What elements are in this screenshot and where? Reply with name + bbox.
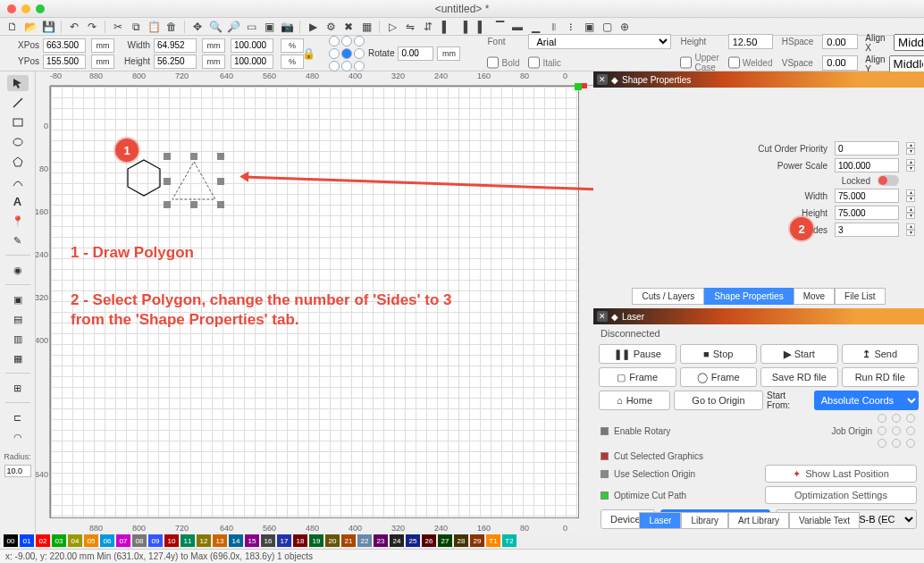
save-rd-button[interactable]: Save RD file: [760, 367, 838, 387]
width-pct-input[interactable]: [231, 38, 273, 53]
mirror-v-icon[interactable]: ⇵: [421, 20, 435, 34]
settings-icon[interactable]: ⚙: [323, 20, 338, 34]
align-right-icon[interactable]: ▌: [475, 20, 489, 34]
width-input[interactable]: [154, 38, 197, 53]
pin-icon[interactable]: ◆: [611, 75, 618, 85]
show-last-button[interactable]: ✦Show Last Position: [765, 465, 917, 483]
color-swatch-24[interactable]: 24: [390, 534, 404, 547]
italic-check[interactable]: [528, 55, 540, 70]
color-swatch-16[interactable]: 16: [261, 534, 275, 547]
preview-icon[interactable]: ▶: [306, 20, 320, 34]
pause-button[interactable]: ❚❚Pause: [599, 344, 676, 364]
bold-check[interactable]: [487, 55, 499, 70]
aligny-select[interactable]: Middle: [889, 55, 924, 72]
font-select[interactable]: Arial: [528, 34, 671, 49]
start-button[interactable]: ▶Start: [760, 344, 838, 364]
marker-tool[interactable]: 📍: [7, 213, 29, 229]
tab-file-list[interactable]: File List: [835, 288, 885, 305]
hspace-input[interactable]: [822, 34, 858, 49]
color-swatch-03[interactable]: 03: [52, 534, 66, 547]
color-swatch-07[interactable]: 07: [116, 534, 130, 547]
radius-icon[interactable]: ◠: [7, 429, 29, 445]
save-file-icon[interactable]: 💾: [41, 20, 55, 34]
path-tool[interactable]: [7, 173, 29, 189]
color-swatch-00[interactable]: 00: [4, 534, 18, 547]
run-rd-button[interactable]: Run RD file: [842, 367, 920, 387]
use-sel-origin-check[interactable]: [601, 470, 609, 478]
color-swatch-11[interactable]: 11: [181, 534, 195, 547]
tab-library[interactable]: Library: [681, 512, 728, 529]
color-swatch-20[interactable]: 20: [325, 534, 340, 547]
frame-circle-button[interactable]: ◯ Frame: [680, 367, 758, 387]
workspace-canvas[interactable]: 1 1 - Draw Polygon 2 - Select Polygon, c…: [50, 86, 579, 518]
color-swatch-02[interactable]: 02: [36, 534, 50, 547]
frame-square-button[interactable]: ▢ Frame: [599, 367, 676, 387]
rectangle-tool[interactable]: [7, 114, 29, 130]
tab-move[interactable]: Move: [794, 288, 835, 305]
boolean-intersect-icon[interactable]: ▥: [7, 331, 29, 347]
height-pct-input[interactable]: [231, 55, 273, 69]
go-to-origin-button[interactable]: Go to Origin: [674, 391, 763, 410]
lock-aspect-icon[interactable]: 🔒: [302, 46, 315, 62]
color-swatch-06[interactable]: 06: [100, 534, 114, 547]
height-input[interactable]: [154, 55, 197, 69]
width-pct-unit[interactable]: %: [281, 38, 304, 53]
color-swatch-08[interactable]: 08: [132, 534, 147, 547]
edit-nodes-tool[interactable]: ✎: [7, 232, 29, 248]
paste-icon[interactable]: 📋: [147, 20, 161, 34]
optimization-settings-button[interactable]: Optimization Settings: [765, 486, 917, 504]
dist-h-icon[interactable]: ⫴: [546, 20, 560, 34]
ungroup-icon[interactable]: ▢: [600, 20, 614, 34]
optimize-cut-check[interactable]: [601, 492, 609, 500]
upper-check[interactable]: [680, 55, 692, 70]
tab-cuts-layers[interactable]: Cuts / Layers: [632, 288, 704, 305]
zoom-fit-icon[interactable]: ▭: [244, 20, 258, 34]
triangle-shape-selected[interactable]: [167, 156, 221, 206]
locked-toggle[interactable]: [878, 175, 899, 186]
circle-center-tool[interactable]: ◉: [7, 262, 29, 278]
stop-button[interactable]: ■Stop: [680, 344, 758, 364]
laser-close-icon[interactable]: ✕: [597, 311, 608, 322]
font-height-input[interactable]: [728, 34, 773, 49]
laser-pin-icon[interactable]: ◆: [611, 312, 618, 322]
width-unit[interactable]: mm: [202, 38, 225, 53]
boolean-subtract-icon[interactable]: ▤: [7, 311, 29, 327]
zoom-out-icon[interactable]: 🔎: [226, 20, 240, 34]
target-icon[interactable]: ⊕: [617, 20, 632, 34]
color-swatch-29[interactable]: 29: [470, 534, 484, 547]
color-swatch-18[interactable]: 18: [293, 534, 307, 547]
shape-height-input[interactable]: [835, 206, 899, 220]
align-bot-icon[interactable]: ▁: [528, 20, 542, 34]
color-swatch-19[interactable]: 19: [309, 534, 323, 547]
color-swatch-T1[interactable]: T1: [486, 534, 500, 547]
grid-array-icon[interactable]: ⊞: [7, 380, 29, 396]
color-swatch-25[interactable]: 25: [406, 534, 420, 547]
device-icon[interactable]: ▦: [359, 20, 374, 34]
align-top-icon[interactable]: ▔: [492, 20, 507, 34]
align-left-icon[interactable]: ▌: [439, 20, 453, 34]
boolean-xor-icon[interactable]: ▦: [7, 350, 29, 366]
color-swatch-12[interactable]: 12: [197, 534, 211, 547]
color-swatch-01[interactable]: 01: [20, 534, 34, 547]
color-swatch-13[interactable]: 13: [213, 534, 227, 547]
tab-laser[interactable]: Laser: [639, 512, 681, 529]
ellipse-tool[interactable]: [7, 134, 29, 150]
color-swatch-21[interactable]: 21: [341, 534, 356, 547]
hexagon-shape[interactable]: [122, 156, 165, 199]
tab-shape-properties[interactable]: Shape Properties: [704, 288, 793, 305]
sides-input[interactable]: [835, 223, 899, 237]
color-swatch-26[interactable]: 26: [422, 534, 436, 547]
alignx-select[interactable]: Middle: [894, 34, 924, 51]
color-swatch-23[interactable]: 23: [374, 534, 388, 547]
job-origin-selector[interactable]: [878, 414, 917, 448]
color-swatch-10[interactable]: 10: [164, 534, 179, 547]
rotate-input[interactable]: [398, 46, 433, 61]
boolean-union-icon[interactable]: ▣: [7, 291, 29, 307]
line-tool[interactable]: [7, 95, 29, 111]
rotary-check[interactable]: [601, 427, 609, 435]
tab-icon[interactable]: ⊏: [7, 409, 29, 425]
panel-close-icon[interactable]: ✕: [597, 74, 608, 85]
text-tool[interactable]: A: [7, 193, 29, 209]
welded-check[interactable]: [728, 55, 740, 70]
new-file-icon[interactable]: 🗋: [5, 20, 20, 34]
